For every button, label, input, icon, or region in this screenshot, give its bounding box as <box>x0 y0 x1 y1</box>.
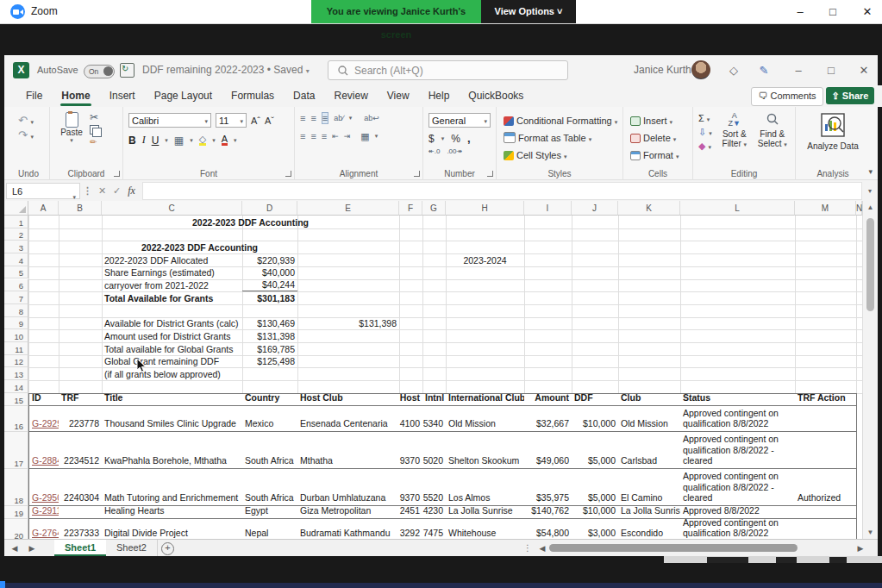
table-cell[interactable]: Mthatha <box>297 432 400 469</box>
font-color-button[interactable]: A <box>222 134 228 146</box>
column-header[interactable]: M <box>795 201 856 216</box>
tab-quickbooks[interactable]: QuickBooks <box>459 85 533 107</box>
undo-button[interactable]: ↶ ▾ <box>18 114 49 128</box>
column-header[interactable]: A <box>28 201 59 216</box>
align-right-button[interactable]: ≡ <box>322 131 327 141</box>
column-header[interactable]: G <box>422 201 446 216</box>
expand-formula-bar-chevron[interactable]: ▾ <box>862 187 878 195</box>
table-cell[interactable]: 4100 <box>399 406 423 432</box>
table-cell[interactable]: 7475 <box>422 519 447 539</box>
table-cell[interactable]: $140,762 <box>524 506 572 519</box>
comma-style-button[interactable]: , <box>467 132 471 145</box>
table-cell[interactable]: 223778 <box>59 406 103 432</box>
select-all-corner[interactable] <box>4 201 28 216</box>
table-cell[interactable] <box>795 406 857 432</box>
column-header[interactable]: C <box>102 201 242 216</box>
table-cell[interactable]: 9370 <box>399 432 423 469</box>
tab-help[interactable]: Help <box>419 85 460 107</box>
cell[interactable]: $125,498 <box>242 355 297 368</box>
table-cell[interactable]: Math Tutoring and Enrichmement <box>102 469 243 506</box>
cell[interactable]: $169,785 <box>242 342 297 355</box>
number-dialog-launcher[interactable] <box>487 171 493 177</box>
table-cell[interactable]: La Jolla Sunrise <box>618 506 681 519</box>
zoom-close-button[interactable]: ✕ <box>854 0 880 23</box>
table-cell[interactable]: $5,000 <box>572 432 619 469</box>
pen-icon[interactable]: ✎ <box>753 55 775 85</box>
cancel-entry-icon[interactable]: ✕ <box>95 185 109 197</box>
formula-input-area[interactable] <box>142 182 862 200</box>
clipboard-dialog-launcher[interactable] <box>114 171 120 177</box>
table-header-cell[interactable]: Intnl <box>422 393 447 406</box>
cell[interactable]: (if all grants below approved) <box>102 367 242 380</box>
autosave-toggle[interactable]: On <box>84 65 115 78</box>
borders-button[interactable]: ▦ <box>174 134 184 147</box>
font-name-select[interactable]: Calibri▾ <box>128 113 211 128</box>
row-header[interactable]: 6 <box>4 279 28 292</box>
format-cells-button[interactable]: Format ▾ <box>630 147 692 165</box>
table-cell[interactable]: Healing Hearts <box>102 506 243 519</box>
increase-indent-button[interactable]: ⇥ <box>344 131 351 141</box>
row-header[interactable]: 16 <box>4 406 28 432</box>
cell[interactable]: $40,000 <box>242 266 297 279</box>
font-dialog-launcher[interactable] <box>285 171 291 177</box>
sheet-tab-sheet2[interactable]: Sheet2 <box>106 540 158 556</box>
table-cell[interactable]: Mexico <box>242 406 298 432</box>
table-header-cell[interactable]: TRF Action <box>795 393 857 406</box>
table-header-cell[interactable]: DDF <box>572 393 619 406</box>
table-cell[interactable]: Nepal <box>242 519 298 539</box>
table-cell[interactable]: $49,060 <box>524 432 572 469</box>
zoom-maximize-button[interactable]: □ <box>820 0 846 23</box>
table-cell[interactable]: Carlsbad <box>618 432 681 469</box>
table-cell[interactable]: Approved contingent on qualification 8/8… <box>680 406 796 432</box>
row-header[interactable]: 14 <box>4 380 28 393</box>
horizontal-splitter[interactable]: ⋮ <box>523 540 532 557</box>
scroll-up-icon[interactable]: ▲ <box>863 203 878 211</box>
table-cell[interactable]: $54,800 <box>524 519 572 539</box>
column-header[interactable]: H <box>446 201 524 216</box>
sort-filter-button[interactable]: AZ▼ Sort & Filter ▾ <box>716 112 754 153</box>
column-header[interactable]: F <box>399 201 422 216</box>
table-header-cell[interactable]: Status <box>680 393 796 406</box>
table-cell[interactable]: Giza Metropolitan <box>297 506 400 519</box>
decrease-indent-button[interactable]: ⇤ <box>332 131 339 141</box>
table-cell[interactable]: 9370 <box>399 469 423 506</box>
table-cell[interactable]: 2240304 <box>59 469 103 506</box>
cell[interactable]: $131,398 <box>297 317 399 330</box>
table-cell[interactable]: $32,667 <box>524 406 572 432</box>
cell[interactable]: Global Grant remaining DDF <box>102 355 242 368</box>
orientation-button[interactable]: ab∕ <box>334 113 344 123</box>
table-cell[interactable]: $10,000 <box>572 406 619 432</box>
cell[interactable]: Amount used for District Grants <box>102 329 242 342</box>
table-header-cell[interactable]: Title <box>102 393 243 406</box>
row-header[interactable]: 2 <box>4 228 28 241</box>
bottom-align-button[interactable]: ≡ <box>322 112 328 124</box>
row-header[interactable]: 10 <box>4 329 28 342</box>
copy-icon[interactable] <box>90 125 99 134</box>
table-cell[interactable]: Approved contingent on qualification 8/8… <box>680 469 796 506</box>
cell[interactable]: $130,469 <box>242 317 297 330</box>
table-cell[interactable]: $5,000 <box>572 469 619 506</box>
collapse-ribbon-chevron[interactable]: ▾ <box>868 167 873 176</box>
table-cell[interactable]: Ensenada Centenaria <box>297 406 400 432</box>
zoom-minimize-button[interactable]: – <box>787 0 813 23</box>
row-header[interactable]: 20 <box>4 519 28 539</box>
excel-maximize-button[interactable]: □ <box>820 55 842 85</box>
hscroll-right-icon[interactable]: ▶ <box>854 540 867 557</box>
table-cell[interactable]: G-2911 <box>28 506 59 519</box>
table-cell[interactable]: El Camino <box>618 469 681 506</box>
cell[interactable]: $301,183 <box>242 291 297 304</box>
search-input[interactable] <box>353 64 546 78</box>
sheet-nav-left-icon[interactable]: ◀ <box>8 540 22 557</box>
merge-center-button[interactable]: ▦ <box>360 131 369 141</box>
view-options-button[interactable]: View Options ˅ <box>481 0 576 23</box>
percent-style-button[interactable]: % <box>451 133 460 145</box>
document-title[interactable]: DDF remaining 2022-2023 • Saved ▾ <box>142 55 310 85</box>
delete-cells-button[interactable]: Delete ▾ <box>630 130 692 147</box>
tab-data[interactable]: Data <box>284 85 324 107</box>
table-header-cell[interactable]: TRF <box>59 393 103 406</box>
table-cell[interactable] <box>795 519 857 539</box>
save-icon[interactable]: ↻ <box>120 63 134 78</box>
cell-styles-button[interactable]: Cell Styles ▾ <box>504 147 622 165</box>
table-cell[interactable]: $35,975 <box>524 469 572 506</box>
table-cell[interactable] <box>59 506 103 519</box>
